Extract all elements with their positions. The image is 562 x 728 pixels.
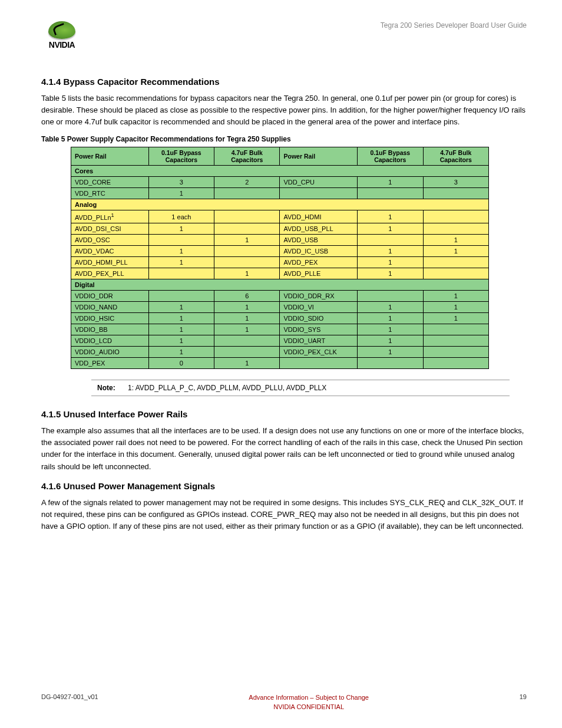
table-row: VDD_CORE 3 2 VDD_CPU 1 3: [71, 177, 489, 188]
cell: VDD_CPU: [280, 177, 358, 188]
table-row: AVDD_OSC 1 AVDD_USB 1: [71, 235, 489, 246]
cell: [358, 291, 423, 302]
cell: 1: [148, 257, 214, 268]
note-label: Note:: [97, 384, 115, 392]
table-row: AVDD_PEX_PLL 1 AVDD_PLLE 1: [71, 268, 489, 279]
cell: 1: [358, 257, 423, 268]
cell: AVDD_PLLn1: [71, 210, 149, 223]
note-box: Note: 1: AVDD_PLLA_P_C, AVDD_PLLM, AVDD_…: [91, 380, 510, 396]
cell: [423, 188, 488, 199]
cell: AVDD_PEX: [280, 257, 358, 268]
table-5: Power Rail 0.1uF Bypass Capacitors 4.7uF…: [71, 147, 489, 369]
group-cores-label: Cores: [71, 166, 489, 177]
logo-text: NVIDIA: [49, 40, 75, 50]
nvidia-logo: NVIDIA: [41, 18, 82, 53]
cell: 1: [358, 223, 423, 235]
note-text: 1: AVDD_PLLA_P_C, AVDD_PLLM, AVDD_PLLU, …: [128, 384, 326, 392]
cell: 6: [214, 291, 280, 302]
cell: [214, 246, 280, 257]
table-row: VDDIO_NAND 1 1 VDDIO_VI 1 1: [71, 302, 489, 313]
cell: [214, 347, 280, 358]
cell: [423, 223, 488, 235]
cell: VDD_PEX: [71, 358, 149, 369]
cell: VDDIO_BB: [71, 324, 149, 335]
cell: 1: [423, 246, 488, 257]
th-rail-2: Power Rail: [280, 147, 358, 166]
cell: 2: [214, 177, 280, 188]
cell: VDD_RTC: [71, 188, 149, 199]
footer-line-1: Advance Information – Subject to Change: [249, 694, 369, 701]
table-row: AVDD_DSI_CSI 1 AVDD_USB_PLL 1: [71, 223, 489, 235]
cell: VDDIO_NAND: [71, 302, 149, 313]
cell: [214, 223, 280, 235]
cell: 1: [358, 302, 423, 313]
th-bulk-1: 4.7uF Bulk Capacitors: [214, 147, 280, 166]
cell: VDDIO_PEX_CLK: [280, 347, 358, 358]
cell: AVDD_PLLE: [280, 268, 358, 279]
table-row: AVDD_PLLn1 1 each AVDD_HDMI 1: [71, 210, 489, 223]
cell: [148, 235, 214, 246]
cell: VDDIO_SDIO: [280, 313, 358, 324]
table-5-caption: Table 5 Power Supply Capacitor Recommend…: [41, 135, 527, 143]
cell: 1: [148, 335, 214, 347]
table-row: VDDIO_LCD 1 VDDIO_UART 1: [71, 335, 489, 347]
cell: VDDIO_DDR_RX: [280, 291, 358, 302]
cell: VDDIO_VI: [280, 302, 358, 313]
th-bypass-1: 0.1uF Bypass Capacitors: [148, 147, 214, 166]
cell: AVDD_VDAC: [71, 246, 149, 257]
cell: VDDIO_DDR: [71, 291, 149, 302]
cell: AVDD_PEX_PLL: [71, 268, 149, 279]
nvidia-swirl-icon: [48, 21, 75, 39]
cell: 1: [148, 246, 214, 257]
para-4-1-5: The example also assumes that all the in…: [41, 425, 527, 473]
cell: 1: [214, 358, 280, 369]
cell: 1: [423, 313, 488, 324]
cell: 1: [214, 302, 280, 313]
para-4-1-4: Table 5 lists the basic recommendations …: [41, 93, 527, 128]
cell: AVDD_USB: [280, 235, 358, 246]
cell: [358, 235, 423, 246]
cell: [423, 268, 488, 279]
cell: 1: [358, 313, 423, 324]
cell: [423, 257, 488, 268]
cell: 1: [148, 347, 214, 358]
table-row: VDDIO_DDR 6 VDDIO_DDR_RX 1: [71, 291, 489, 302]
cell: VDDIO_UART: [280, 335, 358, 347]
cell: AVDD_DSI_CSI: [71, 223, 149, 235]
group-analog: Analog: [71, 199, 489, 210]
table-row: VDDIO_BB 1 1 VDDIO_SYS 1: [71, 324, 489, 335]
doc-title: Tegra 200 Series Developer Board User Gu…: [381, 21, 527, 29]
cell: [214, 210, 280, 223]
cell: VDD_CORE: [71, 177, 149, 188]
cell: 1: [148, 302, 214, 313]
cell: VDDIO_LCD: [71, 335, 149, 347]
cell: 1: [358, 210, 423, 223]
cell: [214, 335, 280, 347]
heading-4-1-5: 4.1.5 Unused Interface Power Rails: [41, 409, 527, 419]
cell: [423, 210, 488, 223]
footer-page-number: 19: [520, 693, 527, 700]
table-row: VDDIO_AUDIO 1 VDDIO_PEX_CLK 1: [71, 347, 489, 358]
cell: 3: [423, 177, 488, 188]
cell: AVDD_IC_USB: [280, 246, 358, 257]
cell: 1: [214, 313, 280, 324]
cell: VDDIO_AUDIO: [71, 347, 149, 358]
cell: AVDD_HDMI: [280, 210, 358, 223]
cell: [148, 291, 214, 302]
cell: 1: [358, 268, 423, 279]
cell: [148, 268, 214, 279]
group-digital-label: Digital: [71, 279, 489, 291]
cell: 1: [358, 177, 423, 188]
group-analog-label: Analog: [71, 199, 489, 210]
cell: 1: [358, 335, 423, 347]
cell: 1: [148, 313, 214, 324]
cell: 1: [423, 235, 488, 246]
cell: [358, 358, 423, 369]
th-rail-1: Power Rail: [71, 147, 149, 166]
cell: 1: [423, 291, 488, 302]
cell: [423, 335, 488, 347]
cell: 1: [148, 324, 214, 335]
cell: AVDD_OSC: [71, 235, 149, 246]
cell: VDDIO_HSIC: [71, 313, 149, 324]
cell: 1: [358, 246, 423, 257]
